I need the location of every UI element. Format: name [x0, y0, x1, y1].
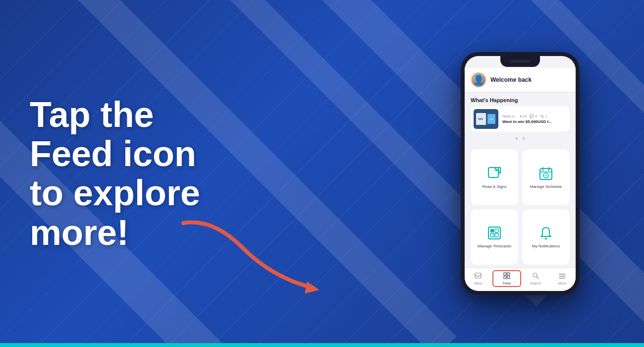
welcome-text: Welcome back [490, 76, 532, 83]
phone-wrapper: 👤 Welcome back What's Happening [461, 52, 580, 295]
inbox-label: Inbox [474, 282, 482, 285]
menu-icon [559, 273, 566, 281]
section-title: What's Happening [471, 97, 570, 103]
news-content: News u... ♥ 24 💬 0 📎 1 Want to win $5,00… [502, 115, 567, 124]
pagination: < > [471, 134, 570, 143]
news-card[interactable]: WIN $5K News u... ♥ 24 💬 0 📎 1 Wa [471, 106, 570, 132]
search-label: Search [530, 282, 541, 285]
svg-rect-20 [488, 227, 500, 239]
news-source: News u... [502, 115, 517, 118]
svg-rect-30 [507, 276, 510, 279]
svg-text:$5K: $5K [489, 118, 493, 120]
phone-device: 👤 Welcome back What's Happening [461, 52, 580, 295]
svg-rect-26 [475, 273, 481, 278]
prev-arrow[interactable]: < [515, 136, 518, 141]
my-notifications-label: My Notifications [532, 244, 560, 248]
nav-inbox[interactable]: Inbox [465, 272, 491, 285]
news-meta: News u... ♥ 24 💬 0 📎 1 [502, 115, 567, 118]
headline-line2: Feed icon [30, 134, 196, 174]
news-comments: 💬 0 [530, 115, 537, 118]
phone-content: 👤 Welcome back What's Happening [465, 56, 576, 291]
arrow-container [173, 208, 347, 307]
svg-rect-11 [488, 168, 498, 177]
nav-feed[interactable]: Feed [492, 270, 521, 287]
svg-rect-29 [504, 276, 506, 279]
svg-rect-22 [495, 229, 498, 232]
phone-screen: 👤 Welcome back What's Happening [465, 56, 576, 291]
headline-line1: Tap the [30, 95, 154, 134]
news-title: Want to win $5,000USD f... [502, 119, 567, 124]
manage-timecards-icon [486, 225, 502, 241]
grid-item-manage-timecards[interactable]: Manage Timecards [471, 209, 518, 265]
phone-header: 👤 Welcome back [465, 68, 576, 92]
phone-speaker [510, 60, 530, 62]
news-thumbnail: WIN $5K [474, 109, 498, 129]
feed-icon [503, 272, 510, 281]
bottom-nav: Inbox Feed [465, 268, 576, 291]
phone-notch [500, 56, 540, 67]
svg-rect-23 [490, 233, 494, 237]
read-signs-label: Read & Signs [483, 184, 507, 189]
svg-marker-5 [305, 282, 320, 293]
grid-item-my-notifications[interactable]: My Notifications [522, 209, 570, 265]
search-icon [532, 272, 539, 281]
avatar: 👤 [471, 72, 486, 88]
svg-rect-27 [504, 273, 506, 275]
nav-search[interactable]: Search [522, 272, 549, 285]
grid-section: Read & Signs [465, 146, 576, 268]
next-arrow[interactable]: > [522, 136, 525, 141]
feed-label: Feed [503, 282, 511, 285]
manage-schedule-label: Manage Schedule [530, 184, 562, 189]
news-attachments: 📎 1 [540, 115, 547, 118]
svg-line-32 [537, 277, 538, 279]
svg-rect-24 [495, 233, 498, 237]
grid-item-manage-schedule[interactable]: Manage Schedule [522, 149, 570, 205]
news-likes: ♥ 24 [520, 115, 527, 118]
inbox-icon [475, 272, 482, 281]
svg-rect-21 [490, 229, 494, 232]
whats-happening-section: What's Happening WIN $5K [465, 92, 576, 146]
manage-schedule-icon [538, 166, 554, 181]
headline-line3: to explore [30, 173, 200, 213]
bottom-teal-bar [0, 343, 644, 347]
headline-line4: more! [30, 212, 129, 252]
read-signs-icon [486, 166, 502, 181]
menu-label: Menu [558, 282, 567, 285]
grid-item-read-signs[interactable]: Read & Signs [471, 149, 518, 205]
manage-timecards-label: Manage Timecards [478, 244, 511, 248]
my-notifications-icon [538, 225, 554, 241]
svg-rect-28 [507, 273, 510, 275]
svg-text:WIN: WIN [478, 117, 483, 120]
nav-menu[interactable]: Menu [549, 273, 576, 285]
